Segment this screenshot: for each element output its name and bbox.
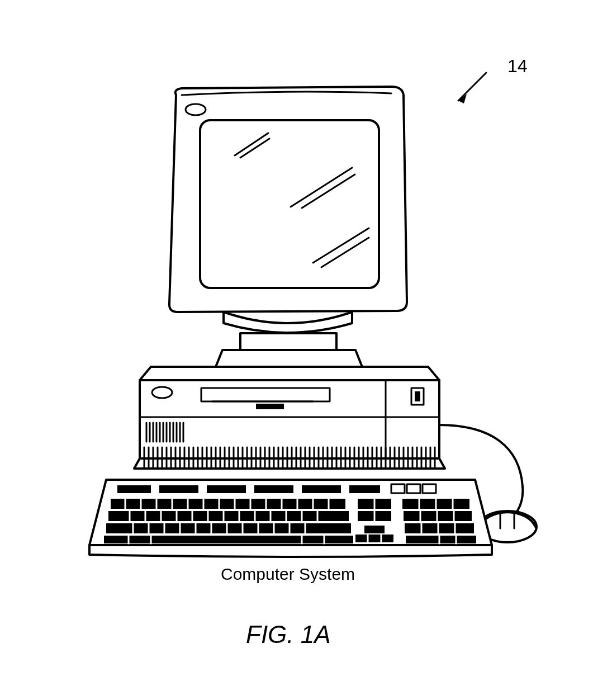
keyboard-icon <box>89 480 492 557</box>
computer-system-drawing <box>0 0 612 700</box>
svg-line-0 <box>458 73 486 101</box>
svg-rect-105 <box>302 485 341 493</box>
svg-rect-116 <box>364 526 385 533</box>
svg-rect-16 <box>201 388 330 401</box>
svg-rect-108 <box>407 484 420 493</box>
svg-rect-121 <box>406 536 476 543</box>
svg-rect-113 <box>104 536 353 543</box>
svg-rect-18 <box>256 404 284 409</box>
reference-number: 14 <box>507 56 528 77</box>
svg-rect-120 <box>405 523 474 533</box>
monitor-icon <box>169 87 407 312</box>
figure-label: FIG. 1A <box>246 621 331 649</box>
svg-point-6 <box>186 104 206 115</box>
svg-rect-110 <box>111 499 345 509</box>
svg-rect-101 <box>117 485 151 493</box>
svg-rect-112 <box>106 523 351 533</box>
svg-rect-117 <box>355 535 393 542</box>
monitor-stand-icon <box>216 312 362 367</box>
svg-rect-20 <box>415 391 420 401</box>
svg-point-15 <box>152 387 172 398</box>
svg-rect-104 <box>254 485 293 493</box>
svg-rect-106 <box>349 485 380 493</box>
figure-1a: 14 Computer System FIG. 1A <box>0 0 612 700</box>
svg-rect-5 <box>200 120 379 288</box>
svg-rect-102 <box>159 485 198 493</box>
svg-rect-103 <box>207 485 246 493</box>
reference-arrow <box>458 73 486 103</box>
svg-rect-107 <box>391 484 405 493</box>
svg-rect-13 <box>240 333 336 350</box>
svg-rect-109 <box>423 484 436 493</box>
component-caption: Computer System <box>221 565 355 584</box>
